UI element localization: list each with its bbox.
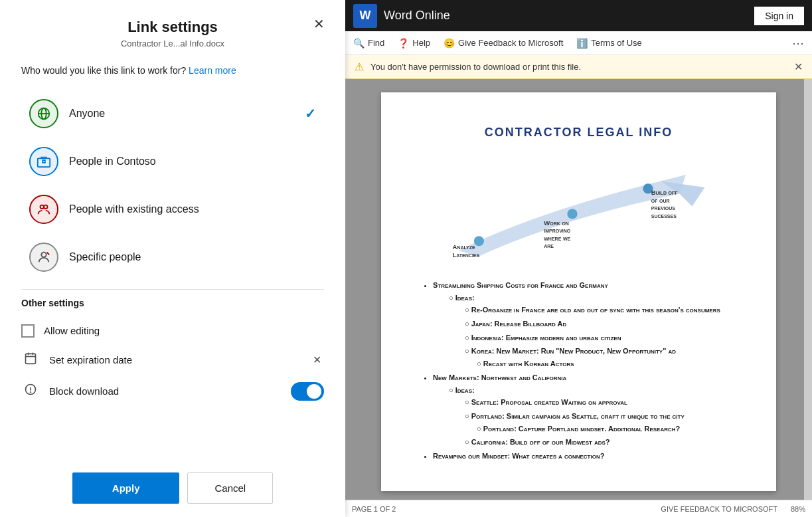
block-download-label: Block download [49, 385, 282, 397]
svg-point-19 [567, 209, 577, 219]
option-specific[interactable]: Specific people [21, 233, 324, 281]
options-list: Anyone ✓ People in Contoso [21, 90, 324, 281]
diagram-container: Analyze Latencies Work on improving wher… [421, 159, 736, 266]
permission-warning-bar: ⚠ You don't have permission to download … [345, 55, 812, 79]
feedback-status[interactable]: GIVE FEEDBACK TO MICROSOFT [661, 505, 777, 513]
permission-text: You don't have permission to download or… [370, 62, 581, 72]
option-contoso[interactable]: People in Contoso [21, 138, 324, 185]
other-settings-label: Other settings [21, 298, 324, 308]
svg-line-9 [47, 252, 50, 255]
document-bullets: Streamlining Shipping Costs for France a… [421, 279, 736, 463]
dialog-footer: Apply Cancel [0, 459, 345, 517]
find-button[interactable]: 🔍 Find [353, 38, 384, 49]
svg-point-18 [474, 236, 484, 246]
word-ribbon: 🔍 Find ❓ Help 😊 Give Feedback to Microso… [345, 31, 812, 55]
expiration-clear-button[interactable]: ✕ [310, 351, 324, 369]
existing-label: People with existing access [69, 203, 316, 215]
svg-text:Latencies: Latencies [453, 251, 480, 258]
diagram-svg: Analyze Latencies Work on improving wher… [421, 159, 736, 266]
word-logo-letter: W [360, 9, 371, 23]
word-online-panel: W Word Online Sign in 🔍 Find ❓ Help 😊 Gi… [345, 0, 812, 517]
find-icon: 🔍 [353, 38, 365, 49]
info-icon: ℹ️ [576, 38, 588, 49]
divider [21, 289, 324, 290]
svg-text:improving: improving [544, 227, 571, 234]
warning-icon: ⚠ [355, 60, 364, 73]
anyone-label: Anyone [69, 108, 305, 120]
signin-button[interactable]: Sign in [754, 7, 804, 25]
calendar-icon [21, 352, 40, 368]
svg-text:sucesses: sucesses [651, 212, 677, 219]
document-title: Contractor Legal Info [421, 126, 736, 140]
svg-text:Build off: Build off [651, 189, 679, 196]
block-download-toggle[interactable] [291, 382, 324, 401]
specific-label: Specific people [69, 251, 316, 263]
more-options-icon[interactable]: ⋯ [792, 36, 804, 51]
document-scrollbar[interactable] [804, 79, 812, 500]
cancel-button[interactable]: Cancel [187, 472, 273, 504]
svg-rect-10 [26, 354, 36, 363]
link-settings-dialog: Link settings Contractor Le...al Info.do… [0, 0, 345, 517]
word-topbar: W Word Online Sign in [345, 0, 812, 31]
feedback-icon: 😊 [444, 38, 455, 49]
permission-close-button[interactable]: ✕ [794, 60, 803, 73]
allow-editing-label: Allow editing [44, 325, 324, 336]
dialog-title: Link settings [21, 19, 324, 36]
dialog-body: Who would you like this link to work for… [0, 54, 345, 459]
svg-point-7 [44, 205, 48, 209]
help-icon: ❓ [398, 38, 409, 49]
help-button[interactable]: ❓ Help [398, 38, 430, 49]
allow-editing-checkbox[interactable] [21, 324, 35, 338]
svg-text:where we: where we [544, 235, 570, 242]
specific-icon [29, 243, 58, 272]
word-statusbar: PAGE 1 OF 2 GIVE FEEDBACK TO MICROSOFT 8… [345, 500, 812, 517]
feedback-button[interactable]: 😊 Give Feedback to Microsoft [444, 38, 563, 49]
dialog-header: Link settings Contractor Le...al Info.do… [0, 0, 345, 54]
apply-button[interactable]: Apply [72, 472, 180, 504]
learn-more-link[interactable]: Learn more [189, 65, 236, 76]
anyone-checkmark: ✓ [305, 106, 316, 122]
word-logo: W [353, 4, 377, 28]
terms-button[interactable]: ℹ️ Terms of Use [576, 38, 642, 49]
option-existing[interactable]: People with existing access [21, 185, 324, 233]
anyone-icon [29, 99, 58, 128]
svg-rect-5 [42, 160, 45, 163]
svg-point-8 [41, 252, 46, 257]
existing-icon [29, 195, 58, 224]
allow-editing-row[interactable]: Allow editing [21, 318, 324, 344]
who-label: Who would you like this link to work for… [21, 64, 324, 78]
zoom-level: 88% [791, 505, 805, 513]
expiration-row[interactable]: Set expiration date ✕ [21, 344, 324, 375]
svg-text:Analyze: Analyze [453, 243, 476, 251]
word-app-title: Word Online [384, 9, 450, 23]
option-anyone[interactable]: Anyone ✓ [21, 90, 324, 138]
svg-text:previous: previous [651, 204, 676, 211]
document-page: Contractor Legal Info [381, 92, 776, 491]
svg-text:of our: of our [651, 197, 670, 204]
dialog-subtitle: Contractor Le...al Info.docx [21, 39, 324, 49]
close-button[interactable]: ✕ [308, 13, 329, 35]
expiration-label: Set expiration date [49, 354, 301, 365]
svg-text:Work on: Work on [544, 219, 569, 227]
block-download-row: Block download [21, 375, 324, 407]
contoso-label: People in Contoso [69, 155, 316, 167]
block-icon [21, 383, 40, 399]
svg-point-16 [31, 392, 31, 393]
contoso-icon [29, 147, 58, 176]
page-count: PAGE 1 OF 2 [352, 505, 396, 513]
document-area[interactable]: Contractor Legal Info [345, 79, 812, 500]
svg-text:are: are [544, 242, 554, 249]
